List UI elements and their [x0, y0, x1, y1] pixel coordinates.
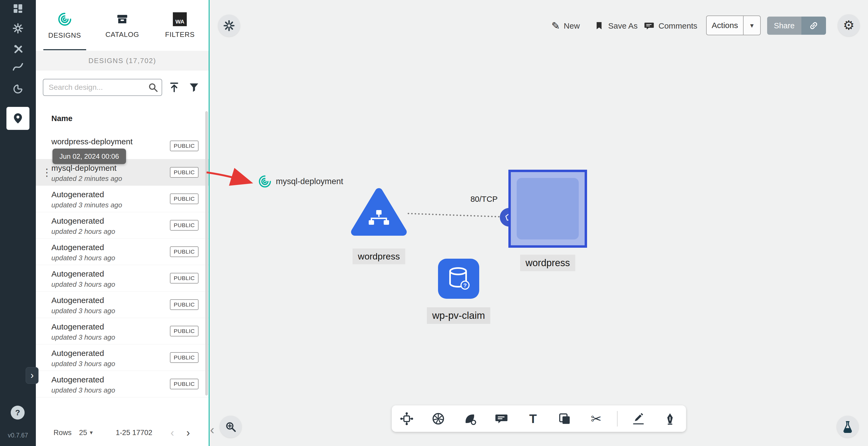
filter-list-button[interactable]: [186, 80, 202, 95]
canvas-menu-button[interactable]: [218, 15, 240, 37]
design-list-item[interactable]: ⋮ Autogenerated updated 3 hours ago PUBL…: [36, 265, 209, 291]
bookmark-save-icon: [594, 21, 604, 31]
tab-catalog[interactable]: CATALOG: [93, 0, 151, 51]
design-visibility-badge: PUBLIC: [170, 167, 198, 178]
zoom-button[interactable]: [220, 416, 242, 438]
wasm-filters-icon: WA: [173, 12, 187, 26]
design-visibility-badge: PUBLIC: [170, 246, 198, 257]
shapes-tool-button[interactable]: [459, 408, 480, 430]
caret-down-icon: ▾: [90, 429, 93, 436]
pagination-bar: Rows 25 ▾ 1-25 17702 ‹ ›: [36, 419, 209, 446]
design-list-item[interactable]: ⋮ Autogenerated updated 3 hours ago PUBL…: [36, 344, 209, 371]
row-menu-button[interactable]: ⋮: [42, 167, 52, 178]
share-button[interactable]: Share: [767, 16, 826, 35]
design-visibility-badge: PUBLIC: [170, 273, 198, 283]
actions-button[interactable]: Actions ▾: [706, 15, 761, 35]
design-list-item[interactable]: ⋮ Autogenerated updated 3 hours ago PUBL…: [36, 239, 209, 265]
search-input[interactable]: [43, 79, 162, 96]
design-visibility-badge: PUBLIC: [170, 220, 198, 231]
comments-button[interactable]: Comments: [644, 19, 697, 33]
sidebar-item-extensions[interactable]: [10, 81, 25, 97]
settings-button[interactable]: ⚙: [838, 14, 860, 36]
panel-expander-button[interactable]: ›: [26, 367, 38, 384]
components-tool-button[interactable]: [396, 408, 417, 430]
help-button[interactable]: ?: [11, 406, 25, 419]
save-as-button[interactable]: Save As: [594, 19, 638, 33]
design-list-item[interactable]: ⋮ Autogenerated updated 3 hours ago PUBL…: [36, 371, 209, 398]
kubernetes-tool-button[interactable]: [428, 408, 449, 430]
next-page-button[interactable]: ›: [186, 427, 190, 439]
text-tool-icon: T: [529, 412, 537, 426]
link-icon: [809, 21, 819, 31]
validate-button[interactable]: [837, 416, 859, 438]
prev-page-button[interactable]: ‹: [170, 427, 174, 439]
tools-icon: [12, 43, 24, 55]
design-list-item[interactable]: ⋮ Autogenerated updated 2 hours ago PUBL…: [36, 212, 209, 239]
text-tool-button[interactable]: T: [522, 408, 544, 430]
scissors-icon: ✂: [591, 411, 601, 426]
design-list: ⋮ wordpress-deployment PUBLIC ⋮ mysql-de…: [36, 133, 209, 398]
design-visibility-badge: PUBLIC: [170, 379, 198, 389]
scissors-tool-button[interactable]: ✂: [585, 408, 607, 430]
canvas-toolbar: T ✂: [392, 405, 686, 432]
sidebar-item-kanvas-active[interactable]: [6, 107, 29, 130]
sidebar-item-dashboard[interactable]: [10, 1, 25, 16]
import-design-button[interactable]: [166, 80, 182, 95]
tab-catalog-label: CATALOG: [105, 31, 139, 39]
kubernetes-wheel-icon: [431, 411, 446, 426]
upload-icon: [168, 81, 180, 94]
search-row: [36, 71, 209, 104]
save-as-label: Save As: [608, 22, 638, 31]
meshery-logo-icon: [258, 174, 272, 188]
location-pin-icon: [12, 112, 24, 125]
designs-count-header: DESIGNS (17,702): [36, 51, 209, 71]
sidebar-item-lifecycle[interactable]: [10, 21, 25, 36]
sidebar-item-configuration[interactable]: [10, 41, 25, 56]
search-icon: [147, 81, 159, 93]
kubernetes-workload-icon: [350, 186, 408, 236]
sidebar-item-performance[interactable]: [10, 59, 25, 74]
rows-per-page-select[interactable]: 25 ▾: [79, 428, 93, 437]
pvc-node[interactable]: ?: [438, 259, 479, 299]
namespace-node-selected[interactable]: [508, 170, 587, 248]
actions-label: Actions: [707, 16, 743, 35]
design-visibility-badge: PUBLIC: [170, 352, 198, 363]
tab-designs[interactable]: DESIGNS: [36, 0, 93, 51]
version-label: v0.7.67: [0, 432, 36, 439]
draw-tool-button[interactable]: [628, 408, 649, 430]
database-icon: ?: [445, 265, 472, 293]
design-visibility-badge: PUBLIC: [170, 299, 198, 310]
updated-tooltip: Jun 02, 2024 00:06: [53, 148, 126, 164]
pencil-icon: ✎: [552, 21, 560, 31]
design-list-item[interactable]: ⋮ Autogenerated updated 3 minutes ago PU…: [36, 186, 209, 212]
design-ref[interactable]: mysql-deployment: [258, 174, 343, 188]
note-tool-button[interactable]: [554, 408, 575, 430]
pagination-range: 1-25 17702: [116, 428, 153, 437]
design-canvas[interactable]: ✎ New Save As Comments Actions ▾ Share ⚙: [209, 0, 868, 446]
meshery-designs-icon: [57, 11, 72, 27]
design-ref-label: mysql-deployment: [276, 177, 343, 186]
new-design-button[interactable]: ✎ New: [552, 19, 580, 33]
actions-dropdown-button[interactable]: ▾: [743, 16, 760, 35]
components-icon: [399, 411, 414, 426]
workload-node[interactable]: [350, 186, 408, 236]
comment-tool-button[interactable]: [491, 408, 512, 430]
design-list-item[interactable]: ⋮ Autogenerated updated 3 hours ago PUBL…: [36, 318, 209, 344]
copy-link-button[interactable]: [801, 16, 826, 35]
comment-icon: [644, 21, 655, 31]
rows-per-page-label: Rows: [54, 428, 72, 437]
share-label: Share: [767, 16, 801, 35]
list-scrollbar[interactable]: [205, 111, 208, 396]
designs-panel: DESIGNS CATALOG WA FILTERS DESIGNS (17,7…: [36, 0, 209, 446]
namespace-node-label: wordpress: [520, 255, 575, 271]
tab-filters[interactable]: WA FILTERS: [151, 0, 209, 51]
comment-tool-icon: [494, 412, 509, 425]
performance-curve-icon: [12, 61, 24, 73]
column-header-name[interactable]: Name: [51, 104, 72, 133]
panel-collapse-button[interactable]: ‹: [210, 422, 214, 437]
question-badge: ?: [463, 282, 467, 288]
toolbar-divider: [617, 411, 618, 426]
shapes-icon: [463, 412, 477, 426]
sketch-tool-button[interactable]: [659, 408, 681, 430]
design-list-item[interactable]: ⋮ Autogenerated updated 3 hours ago PUBL…: [36, 291, 209, 318]
